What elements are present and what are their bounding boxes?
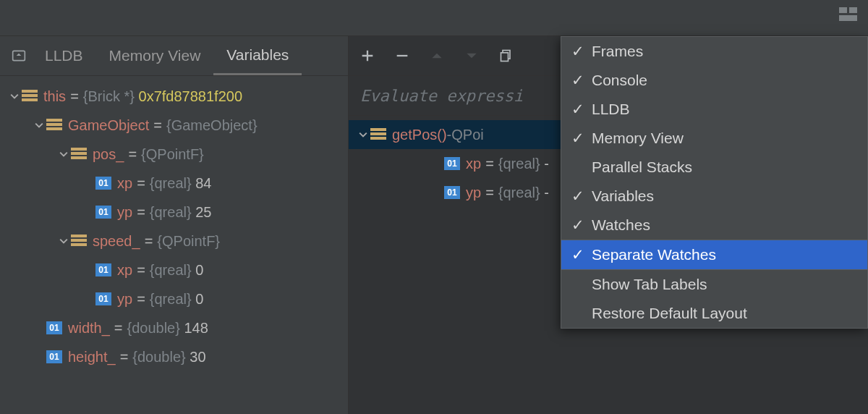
var-value: 0 <box>195 262 203 279</box>
struct-icon <box>370 128 386 141</box>
var-height[interactable]: 01 height_ = {double} 30 <box>0 342 348 371</box>
var-name: getPos() <box>392 127 447 143</box>
svg-rect-2 <box>501 53 509 62</box>
menu-item-variables[interactable]: ✓Variables <box>561 182 867 211</box>
tab-variables[interactable]: Variables <box>213 36 302 75</box>
var-name: GameObject <box>68 117 149 134</box>
var-type: {qreal} <box>150 204 192 221</box>
var-pos[interactable]: pos_ = {QPointF} <box>0 140 348 169</box>
menu-item-frames[interactable]: ✓Frames <box>561 37 867 66</box>
remove-watch-button[interactable] <box>393 47 411 64</box>
move-up-button[interactable] <box>428 47 446 64</box>
var-this[interactable]: this = {Brick *} 0x7fd87881f200 <box>0 82 348 111</box>
var-speed-yp[interactable]: 01 yp = {qreal} 0 <box>0 284 348 313</box>
menu-label: Variables <box>592 187 654 205</box>
menu-label: Memory View <box>592 130 684 147</box>
check-icon: ✓ <box>571 101 592 118</box>
var-name: xp <box>117 262 132 279</box>
var-width[interactable]: 01 width_ = {double} 148 <box>0 313 348 342</box>
debugger-left-panel: LLDB Memory View Variables this = {Brick… <box>0 36 349 414</box>
chevron-down-icon[interactable] <box>7 92 22 101</box>
var-value: 30 <box>190 349 205 366</box>
check-icon: ✓ <box>571 216 592 234</box>
var-type: QPoi <box>451 127 483 143</box>
var-name: xp <box>466 156 481 172</box>
var-value: - <box>544 156 549 172</box>
chevron-down-icon[interactable] <box>56 237 71 245</box>
layout-menu: ✓Frames ✓Console ✓LLDB ✓Memory View Para… <box>561 36 868 329</box>
menu-item-parallel[interactable]: Parallel Stacks <box>561 153 867 182</box>
menu-item-restore-layout[interactable]: Restore Default Layout <box>561 299 867 328</box>
check-icon: ✓ <box>571 187 592 205</box>
menu-item-console[interactable]: ✓Console <box>561 66 867 95</box>
menu-label: Restore Default Layout <box>592 305 747 322</box>
var-pos-yp[interactable]: 01 yp = {qreal} 25 <box>0 198 348 227</box>
menu-item-show-tab-labels[interactable]: Show Tab Labels <box>561 270 867 299</box>
var-name: this <box>43 88 66 105</box>
var-value: 0 <box>195 291 203 308</box>
primitive-icon: 01 <box>95 292 111 305</box>
add-watch-button[interactable] <box>359 47 376 64</box>
var-name: xp <box>117 175 132 192</box>
var-value: 25 <box>195 204 211 221</box>
primitive-icon: 01 <box>95 263 111 276</box>
var-type: {qreal} <box>150 262 192 279</box>
check-icon: ✓ <box>571 43 592 60</box>
var-type: {QPointF} <box>141 146 204 163</box>
var-name: yp <box>466 185 481 201</box>
var-gameobject[interactable]: GameObject = {GameObject} <box>0 111 348 140</box>
var-speed[interactable]: speed_ = {QPointF} <box>0 227 348 255</box>
struct-icon <box>71 235 87 248</box>
expand-icon[interactable] <box>10 48 27 63</box>
tab-memory-view[interactable]: Memory View <box>96 36 214 75</box>
tab-lldb[interactable]: LLDB <box>32 36 96 75</box>
var-value: 148 <box>184 320 208 337</box>
primitive-icon: 01 <box>46 350 62 363</box>
var-type: {qreal} <box>150 291 192 308</box>
var-name: yp <box>117 291 132 308</box>
var-value: - <box>544 185 549 201</box>
primitive-icon: 01 <box>46 321 62 334</box>
duplicate-button[interactable] <box>498 47 515 64</box>
layout-icon[interactable] <box>839 7 859 23</box>
chevron-down-icon[interactable] <box>32 121 46 130</box>
menu-item-lldb[interactable]: ✓LLDB <box>561 95 867 124</box>
menu-label: Parallel Stacks <box>592 159 692 176</box>
move-down-button[interactable] <box>463 47 480 64</box>
primitive-icon: 01 <box>444 157 460 170</box>
var-name: speed_ <box>93 233 140 250</box>
menu-label: LLDB <box>592 101 630 118</box>
var-name: pos_ <box>93 146 124 163</box>
chevron-down-icon[interactable] <box>56 150 71 159</box>
var-type: {QPointF} <box>157 233 220 250</box>
menu-label: Frames <box>592 43 643 60</box>
var-type: {GameObject} <box>166 117 258 134</box>
chevron-down-icon[interactable] <box>356 130 370 139</box>
var-name: height_ <box>68 349 116 366</box>
var-value: 84 <box>195 175 211 192</box>
primitive-icon: 01 <box>95 177 111 190</box>
struct-icon <box>46 119 62 132</box>
variables-tree: this = {Brick *} 0x7fd87881f200 GameObje… <box>0 76 348 371</box>
debugger-tabs: LLDB Memory View Variables <box>0 36 348 76</box>
var-name: width_ <box>68 320 110 337</box>
var-address: 0x7fd87881f200 <box>139 88 242 105</box>
var-type: {qreal} <box>150 175 192 192</box>
var-name: yp <box>117 204 132 221</box>
var-type: {Brick *} <box>83 88 135 105</box>
menu-item-separate-watches[interactable]: ✓Separate Watches <box>561 240 867 269</box>
check-icon: ✓ <box>571 72 592 89</box>
menu-item-memory[interactable]: ✓Memory View <box>561 124 867 153</box>
check-icon: ✓ <box>571 246 592 263</box>
var-pos-xp[interactable]: 01 xp = {qreal} 84 <box>0 169 348 198</box>
menu-label: Show Tab Labels <box>592 276 707 293</box>
primitive-icon: 01 <box>95 206 111 219</box>
var-speed-xp[interactable]: 01 xp = {qreal} 0 <box>0 255 348 284</box>
primitive-icon: 01 <box>444 186 460 199</box>
struct-icon <box>71 148 87 161</box>
menu-label: Console <box>592 72 647 89</box>
menu-label: Watches <box>592 216 650 234</box>
struct-icon <box>22 90 38 103</box>
menu-item-watches[interactable]: ✓Watches <box>561 211 867 240</box>
check-icon: ✓ <box>571 130 592 147</box>
